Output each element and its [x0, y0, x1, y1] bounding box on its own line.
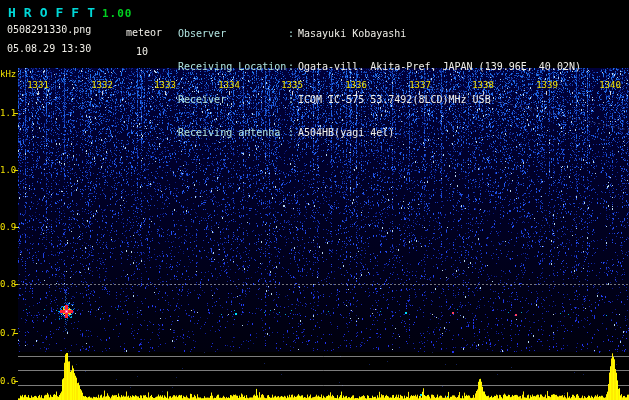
x-axis-label: 1336 [343, 80, 369, 90]
y-axis-label: 0.6 [0, 376, 15, 386]
x-axis-label: 1332 [89, 80, 115, 90]
x-axis-label: 1334 [216, 80, 242, 90]
info-value: Ogata-vill. Akita-Pref. JAPAN (139.96E, … [298, 61, 581, 72]
x-axis-label: 1338 [470, 80, 496, 90]
info-row-location: Receiving Location:Ogata-vill. Akita-Pre… [178, 61, 581, 72]
y-axis-label: 1.1 [0, 108, 15, 118]
info-colon: : [288, 94, 298, 105]
info-row-antenna: Receiving antenna:A504HB(yagi 4el) [178, 127, 581, 138]
app-title: HROFFT [8, 5, 103, 20]
y-axis-label: 0.8 [0, 279, 15, 289]
x-axis-label: 1333 [152, 80, 178, 90]
y-axis-label: 1.0 [0, 165, 15, 175]
info-colon: : [288, 28, 298, 39]
info-colon: : [288, 61, 298, 72]
output-filename: 0508291330.png [7, 24, 91, 35]
info-colon: : [288, 127, 298, 138]
x-axis-label: 1335 [279, 80, 305, 90]
info-label: Receiving antenna [178, 127, 288, 138]
x-axis-label: 1331 [25, 80, 51, 90]
info-row-observer: Observer:Masayuki Kobayashi [178, 28, 581, 39]
hrofft-window: HROFFT 1.00 0508291330.png meteor 05.08.… [0, 0, 629, 400]
info-value: Masayuki Kobayashi [298, 28, 406, 39]
observation-datetime: 05.08.29 13:30 [7, 43, 91, 54]
info-label: Observer [178, 28, 288, 39]
x-axis-label: 1339 [534, 80, 560, 90]
mode-label: meteor [126, 27, 162, 38]
interval-minutes: 10 [136, 46, 148, 57]
info-label: Receiver [178, 94, 288, 105]
y-axis-label: 0.9 [0, 222, 15, 232]
y-axis-unit: kHz [0, 69, 15, 79]
x-axis-label: 1340 [597, 80, 623, 90]
info-label: Receiving Location [178, 61, 288, 72]
y-axis-label: 0.7 [0, 328, 15, 338]
info-value: ICOM IC-575 53.7492(8LCD)MHz USB [298, 94, 491, 105]
info-value: A504HB(yagi 4el) [298, 127, 394, 138]
x-axis-label: 1337 [407, 80, 433, 90]
app-version: 1.00 [102, 7, 133, 20]
info-row-receiver: Receiver:ICOM IC-575 53.7492(8LCD)MHz US… [178, 94, 581, 105]
